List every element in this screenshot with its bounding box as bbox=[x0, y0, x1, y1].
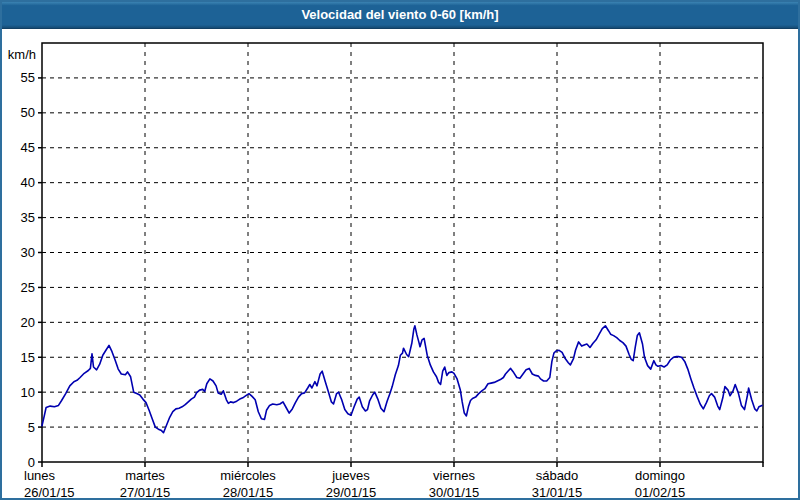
x-date-label: 29/01/15 bbox=[326, 485, 377, 500]
x-day-label: martes bbox=[125, 468, 165, 483]
wind-speed-line bbox=[42, 326, 762, 433]
wind-speed-chart: 0510152025303540455055km/hlunes26/01/15m… bbox=[2, 2, 800, 500]
x-date-label: 30/01/15 bbox=[429, 485, 480, 500]
x-date-label: 28/01/15 bbox=[223, 485, 274, 500]
y-tick-label: 30 bbox=[21, 245, 35, 260]
y-tick-label: 40 bbox=[21, 175, 35, 190]
x-day-label: domingo bbox=[635, 468, 685, 483]
x-date-label: 31/01/15 bbox=[532, 485, 583, 500]
x-day-label: viernes bbox=[433, 468, 475, 483]
x-day-label: lunes bbox=[24, 468, 56, 483]
x-date-label: 26/01/15 bbox=[24, 485, 75, 500]
y-tick-label: 25 bbox=[21, 280, 35, 295]
x-day-label: sábado bbox=[536, 468, 579, 483]
x-day-label: jueves bbox=[331, 468, 370, 483]
y-tick-label: 55 bbox=[21, 70, 35, 85]
y-tick-label: 20 bbox=[21, 315, 35, 330]
wind-speed-window: Velocidad del viento 0-60 [km/h] 0510152… bbox=[0, 0, 800, 500]
y-tick-label: 35 bbox=[21, 210, 35, 225]
x-day-label: miércoles bbox=[220, 468, 276, 483]
y-tick-label: 45 bbox=[21, 140, 35, 155]
y-tick-label: 5 bbox=[28, 420, 35, 435]
y-axis-unit-label: km/h bbox=[8, 47, 36, 62]
x-date-label: 27/01/15 bbox=[120, 485, 171, 500]
y-tick-label: 15 bbox=[21, 350, 35, 365]
x-date-label: 01/02/15 bbox=[635, 485, 686, 500]
y-tick-label: 50 bbox=[21, 105, 35, 120]
y-tick-label: 10 bbox=[21, 385, 35, 400]
